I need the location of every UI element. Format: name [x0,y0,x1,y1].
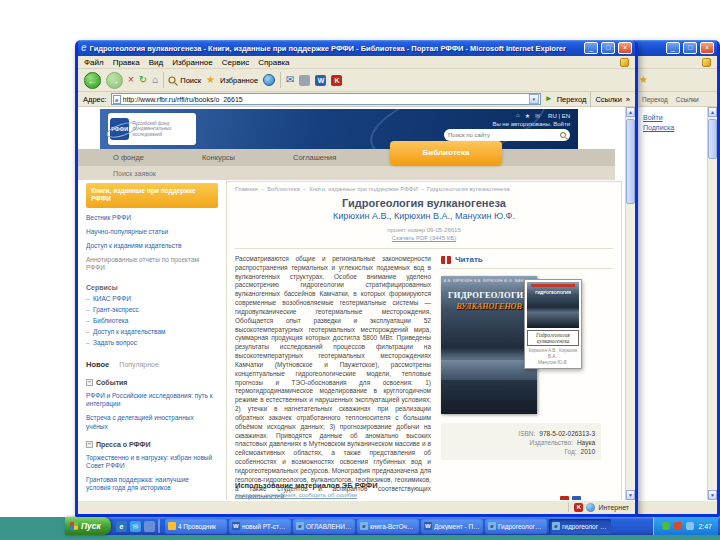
links-chevron-icon[interactable]: » [626,95,630,104]
sidebar-service-grant-express[interactable]: Грант-экспресс [86,306,214,314]
event-link[interactable]: Встреча с делегацией иностранных учёных [86,414,214,430]
sidebar-item-publisher-access[interactable]: Доступ к изданиям издательств [86,242,214,250]
go-arrow-icon[interactable]: ► [545,93,553,105]
book-thumbnail-image[interactable]: ГИДРОГЕОЛОГИЯ [527,282,579,328]
menu-file[interactable]: Файл [84,58,104,67]
page-scrollbar[interactable]: ▲ ▼ [625,107,635,500]
links-label[interactable]: Ссылки [595,95,621,104]
press-link[interactable]: Торжественно и в нагрузку: избран новый … [86,454,214,470]
counter-badge-icon[interactable] [572,496,581,500]
collapse-icon[interactable]: − [86,379,93,386]
sidebar-item-annotated-reports[interactable]: Аннотированные отчеты по проектам РФФИ [86,256,214,272]
refresh-button[interactable]: ↻ [139,74,147,86]
nav-agreements[interactable]: Соглашения [293,153,336,162]
kaspersky-icon[interactable]: K [331,75,342,86]
start-button[interactable]: Пуск [65,517,111,535]
maximize-button[interactable]: □ [601,42,615,54]
nav-contests[interactable]: Конкурсы [202,153,235,162]
task-button-explorer[interactable]: 4 Проводник [165,519,227,534]
book-cover-image[interactable]: А.В. КИРЮХИН В.А. КИРЮХИН Ю.Ф. МАНУХИН Г… [441,276,537,414]
address-dropdown-icon[interactable]: ▾ [529,94,539,104]
language-switcher[interactable]: RU | EN [548,113,570,119]
print-icon[interactable] [299,75,310,86]
minimize-button[interactable]: _ [666,42,680,54]
search-icon[interactable] [169,76,176,83]
scroll-up-icon[interactable]: ▲ [626,107,635,117]
history-globe-icon[interactable] [263,74,275,86]
task-button-browser[interactable]: e книга-ВстОч… [357,519,419,534]
nav-about[interactable]: О фонде [113,153,144,162]
task-button-browser[interactable]: e ОГЛАВЛЕНИЕ д… [293,519,355,534]
search-button-label[interactable]: Поиск [180,76,201,85]
rfbr-logo[interactable]: РФФИ Российский фонд фундаментальных исс… [108,113,196,145]
close-button[interactable]: × [618,42,632,54]
search-icon[interactable] [560,132,566,138]
tab-popular[interactable]: Популярное [119,361,158,368]
header-home-icon[interactable]: ⌂ [516,112,520,119]
mail-icon[interactable]: ✉ [286,74,294,86]
event-link[interactable]: РФФИ и Российские исследования: путь к и… [86,392,214,408]
stop-button[interactable]: × [128,74,134,86]
background-browser-window[interactable]: _ □ × ★ Переход Ссылки Войти Подписка ▲ … [630,40,720,517]
address-input[interactable] [123,96,527,103]
close-button[interactable]: × [700,42,714,54]
nav-library-active-tab[interactable]: Библиотека [390,141,502,165]
favorites-star-icon[interactable]: ★ [639,74,648,86]
go-button[interactable]: Переход [642,96,668,103]
auth-status-login-link[interactable]: Вы не авторизованы. Войти [430,121,570,127]
task-button-document[interactable]: W Документ - По… [421,519,483,534]
quick-launch-mail-icon[interactable]: ✉ [130,521,141,532]
links-label[interactable]: Ссылки [676,96,699,103]
minimize-button[interactable]: _ [584,42,598,54]
menu-tools[interactable]: Сервис [222,58,249,67]
feedback-link[interactable]: высказать пожелания, сообщить об ошибке [235,492,378,498]
scroll-up-icon[interactable]: ▲ [708,107,717,117]
favorites-button-label[interactable]: Избранное [220,76,258,85]
download-link[interactable]: Скачать PDF (3445 КБ) [235,235,613,241]
home-button[interactable]: ⌂ [152,74,158,86]
sidebar-service-library[interactable]: Библиотека [86,317,214,325]
show-desktop-icon[interactable] [144,521,155,532]
go-button[interactable]: Переход [557,95,587,104]
sidebar-service-publishers[interactable]: Доступ к издательствам [86,328,214,336]
tray-alert-icon[interactable] [674,522,682,530]
background-scrollbar[interactable]: ▲ ▼ [707,107,717,500]
tray-network-icon[interactable] [686,522,694,530]
press-link[interactable]: Грантовая поддержка: наилучшие условия г… [86,476,214,492]
book-authors[interactable]: Кирюхин А.В., Кирюхин В.А., Манухин Ю.Ф. [235,211,613,221]
back-button[interactable]: ← [84,72,101,89]
menu-view[interactable]: Вид [149,58,163,67]
forward-button[interactable]: → [106,72,123,89]
scrollbar-thumb[interactable] [708,119,717,159]
sidebar-item-popular-articles[interactable]: Научно-популярные статьи [86,228,214,236]
collapse-icon[interactable]: − [86,441,93,448]
scroll-down-icon[interactable]: ▼ [626,490,635,500]
breadcrumb[interactable]: Главная → Библиотека → Книги, изданные п… [235,186,613,192]
sidebar-service-ask-question[interactable]: Задать вопрос [86,339,214,347]
nav-sub-search-applications[interactable]: Поиск заявок [113,170,156,177]
clock[interactable]: 2:47 [698,523,712,530]
header-mail-icon[interactable]: ✉ [535,112,540,119]
tray-antivirus-icon[interactable] [662,522,670,530]
counter-badge-icon[interactable] [560,496,569,500]
sidebar-item-vestnik[interactable]: Вестник РФФИ [86,214,214,222]
menu-edit[interactable]: Правка [113,58,140,67]
task-button-browser[interactable]: e Гидрогеология… [485,519,547,534]
scroll-down-icon[interactable]: ▼ [708,490,717,500]
favorites-star-icon[interactable]: ★ [206,74,215,86]
maximize-button[interactable]: □ [683,42,697,54]
title-bar[interactable]: e Гидрогеология вулканогенеза - Книги, и… [78,40,635,56]
subscribe-link[interactable]: Подписка [643,124,717,131]
login-link[interactable]: Войти [643,114,717,121]
task-button-document[interactable]: W новый РТ-сто… [229,519,291,534]
quick-launch-ie-icon[interactable]: e [116,521,127,532]
read-link[interactable]: Читать [455,255,483,264]
task-button-browser-active[interactable]: e гидрогеолог в… [549,519,611,534]
sidebar-service-kias[interactable]: КИАС РФФИ [86,295,214,303]
menu-help[interactable]: Справка [258,58,289,67]
sidebar-item-books-active[interactable]: Книги, изданные при поддержке РФФИ [86,183,218,208]
edit-word-icon[interactable]: W [315,75,326,86]
tab-new[interactable]: Новое [86,360,109,369]
site-search-input[interactable] [448,132,557,138]
header-star-icon[interactable]: ★ [525,112,530,119]
